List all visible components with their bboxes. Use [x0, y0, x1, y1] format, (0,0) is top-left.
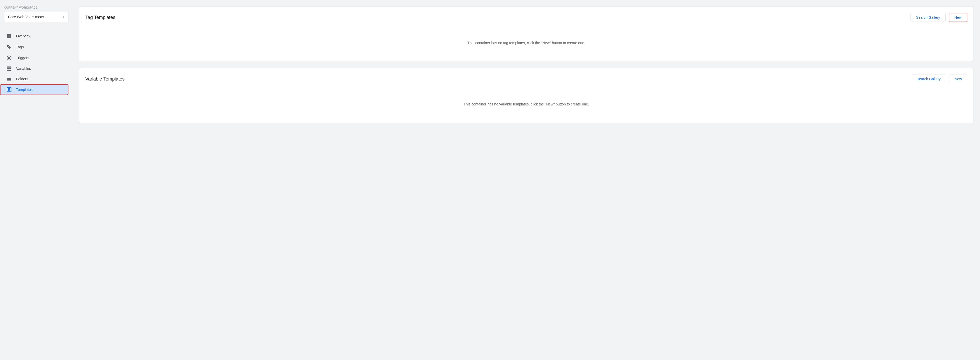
- variable-templates-new-button[interactable]: New: [949, 75, 967, 83]
- triggers-icon: [6, 56, 12, 60]
- tag-templates-card: Tag Templates Search Gallery New This co…: [79, 6, 974, 62]
- variable-templates-header: Variable Templates Search Gallery New: [85, 75, 967, 83]
- sidebar-item-label-triggers: Triggers: [16, 56, 29, 60]
- chevron-right-icon: ›: [63, 14, 65, 19]
- svg-rect-2: [7, 36, 9, 38]
- sidebar-item-label-variables: Variables: [16, 67, 31, 70]
- sidebar-item-label-tags: Tags: [16, 45, 24, 49]
- sidebar-item-folders[interactable]: Folders: [0, 74, 68, 84]
- svg-rect-9: [7, 70, 11, 70]
- variables-icon: [6, 67, 12, 70]
- tag-templates-actions: Search Gallery New: [910, 13, 967, 22]
- folders-icon: [6, 77, 12, 81]
- sidebar-item-templates[interactable]: Templates: [0, 84, 68, 95]
- tag-templates-search-gallery-button[interactable]: Search Gallery: [910, 13, 945, 22]
- main-content: Tag Templates Search Gallery New This co…: [73, 0, 980, 360]
- overview-icon: [6, 34, 12, 38]
- variable-templates-actions: Search Gallery New: [911, 75, 967, 83]
- workspace-section: CURRENT WORKSPACE Core Web Vitals meas..…: [0, 6, 73, 29]
- templates-icon: [6, 87, 12, 92]
- sidebar-item-tags[interactable]: Tags: [0, 42, 68, 53]
- svg-rect-0: [7, 34, 9, 36]
- sidebar-item-overview[interactable]: Overview: [0, 30, 68, 42]
- variable-templates-card: Variable Templates Search Gallery New Th…: [79, 68, 974, 123]
- tags-icon: [6, 45, 12, 50]
- variable-templates-search-gallery-button[interactable]: Search Gallery: [911, 75, 946, 83]
- svg-rect-7: [7, 67, 11, 67]
- sidebar-item-label-templates: Templates: [16, 88, 33, 92]
- svg-rect-8: [7, 68, 11, 69]
- variable-templates-empty-message: This container has no variable templates…: [85, 92, 967, 117]
- sidebar-item-triggers[interactable]: Triggers: [0, 53, 68, 63]
- svg-rect-1: [10, 34, 11, 36]
- svg-point-6: [8, 57, 10, 59]
- svg-point-4: [8, 46, 9, 47]
- tag-templates-new-button[interactable]: New: [949, 13, 967, 22]
- workspace-name: Core Web Vitals meas...: [8, 15, 47, 19]
- tag-templates-empty-message: This container has no tag templates, cli…: [85, 30, 967, 55]
- sidebar: CURRENT WORKSPACE Core Web Vitals meas..…: [0, 0, 73, 360]
- sidebar-item-label-overview: Overview: [16, 34, 31, 38]
- sidebar-nav: Overview Tags Triggers: [0, 29, 73, 97]
- tag-templates-title: Tag Templates: [85, 15, 115, 20]
- variable-templates-title: Variable Templates: [85, 76, 124, 82]
- svg-rect-3: [10, 36, 11, 38]
- sidebar-item-label-folders: Folders: [16, 77, 28, 81]
- workspace-selector[interactable]: Core Web Vitals meas... ›: [4, 11, 68, 22]
- tag-templates-header: Tag Templates Search Gallery New: [85, 13, 967, 22]
- workspace-label: CURRENT WORKSPACE: [4, 6, 68, 9]
- sidebar-item-variables[interactable]: Variables: [0, 63, 68, 74]
